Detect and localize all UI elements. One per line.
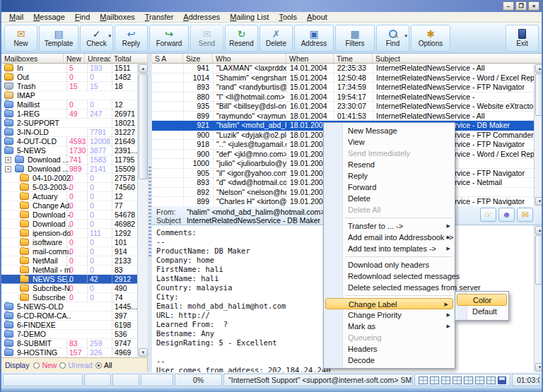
mailbox-item-subscribe[interactable]: Subscribe0074 bbox=[1, 293, 137, 302]
resend-button[interactable]: ↻Resend bbox=[225, 25, 258, 52]
check-button[interactable]: ✓▾Check bbox=[80, 25, 113, 52]
column-header-toltal[interactable]: Toltal bbox=[111, 54, 148, 63]
scrollbar-thumb[interactable] bbox=[535, 73, 543, 116]
layout-grid-icon[interactable] bbox=[475, 376, 484, 384]
mailbox-item-9-hosting[interactable]: 9-HOSTING1573264969 bbox=[1, 348, 137, 357]
menu-item-delete-selected-messages-from-server[interactable]: Delete selected messages from server bbox=[324, 282, 455, 293]
menu-item-transfer-to[interactable]: Transfer to ... ->▶ bbox=[324, 220, 455, 232]
forward-button[interactable]: ↪Forward bbox=[149, 25, 189, 52]
menu-about[interactable]: About bbox=[302, 13, 332, 21]
delete-button[interactable]: ✗Delete bbox=[259, 25, 293, 52]
menu-tools[interactable]: Tools bbox=[274, 13, 302, 21]
address-button[interactable]: ▣Address bbox=[294, 25, 334, 52]
message-list-scrollbar[interactable]: ▲ ▼ bbox=[534, 64, 543, 206]
mailbox-item-maillist[interactable]: Maillist0012 bbox=[1, 100, 137, 109]
display-option-unread[interactable]: Unread bbox=[59, 361, 92, 369]
radio-icon[interactable] bbox=[33, 362, 40, 369]
menu-item-add-text-into-templates[interactable]: Add text into templates ->▶ bbox=[324, 243, 455, 254]
menu-addresses[interactable]: Addresses bbox=[178, 13, 225, 21]
mailbox-item-3-in-old[interactable]: 3-IN-OLD778131227 bbox=[1, 128, 137, 137]
submenu-item-default[interactable]: Default bbox=[455, 306, 508, 318]
dropdown-arrow-icon[interactable]: ▾ bbox=[108, 33, 111, 39]
message-row[interactable]: 880"l" <ll@hotmail.com>16.01.200419:54:1… bbox=[152, 93, 534, 102]
title-bar[interactable]: – ❐ × bbox=[1, 0, 542, 12]
menu-item-queueing[interactable]: Queueing bbox=[324, 332, 455, 343]
options-button[interactable]: ✱Options bbox=[411, 25, 450, 52]
column-header-mailboxes[interactable]: Mailboxes bbox=[1, 54, 64, 63]
mailbox-item-out[interactable]: Out001482 bbox=[1, 73, 137, 82]
mailbox-icon[interactable] bbox=[517, 208, 533, 222]
mailbox-item-7-demo[interactable]: 7-DEMO536 bbox=[1, 330, 137, 339]
layout-grid-icon[interactable] bbox=[464, 376, 473, 384]
radio-icon[interactable] bbox=[95, 362, 102, 369]
scroll-down-icon[interactable]: ▼ bbox=[139, 348, 148, 357]
menu-mail[interactable]: Mail bbox=[4, 13, 28, 21]
exit-button[interactable]: Exit bbox=[506, 25, 539, 52]
menu-item-delete-all[interactable]: Delete All bbox=[324, 204, 455, 215]
message-row[interactable]: 1014"Shamim" <engrshamim@15.01.200412:50… bbox=[152, 73, 534, 83]
restore-button[interactable]: ❐ bbox=[515, 1, 527, 11]
column-header-time[interactable]: Time bbox=[334, 54, 373, 63]
template-button[interactable]: ▤Template bbox=[39, 25, 78, 52]
mailbox-scrollbar[interactable]: ▲ ▼ bbox=[137, 64, 148, 357]
preview-scrollbar[interactable]: ▲ ▼ bbox=[534, 225, 543, 372]
mailbox-item-6-cd-rom-ca[interactable]: 6-CD-ROM-CA...397 bbox=[1, 311, 137, 321]
hand-icon[interactable] bbox=[480, 208, 496, 222]
menu-item-change-label[interactable]: Change Label▶ bbox=[325, 298, 453, 309]
mailbox-item-1-reg[interactable]: 1-REG4924726971 bbox=[1, 109, 137, 119]
menu-item-delete[interactable]: Delete bbox=[324, 193, 455, 204]
menu-find[interactable]: Find bbox=[70, 13, 95, 21]
message-row[interactable]: 935"Bill" <billsey@dsl-only.ne16.01.2004… bbox=[152, 102, 534, 112]
menu-item-mark-as[interactable]: Mark as▶ bbox=[324, 321, 455, 332]
reply-button[interactable]: ↩Reply bbox=[115, 25, 148, 52]
column-header-size[interactable]: Size bbox=[183, 54, 213, 63]
menu-item-download-only-headers[interactable]: Download only headers bbox=[324, 259, 455, 271]
scrollbar-thumb[interactable] bbox=[535, 235, 543, 285]
layout-grid-icon[interactable] bbox=[419, 376, 428, 384]
splitter-grip-icon[interactable] bbox=[148, 167, 151, 259]
radio-icon[interactable] bbox=[59, 362, 66, 369]
menu-message[interactable]: Message bbox=[28, 13, 70, 21]
face-icon[interactable] bbox=[498, 208, 515, 222]
column-header-subject[interactable]: Subject bbox=[373, 54, 543, 63]
mailbox-item-trash[interactable]: Trash151518 bbox=[1, 82, 137, 91]
menu-transfer[interactable]: Transfer bbox=[140, 13, 179, 21]
message-row[interactable]: 941"LAXMAN" <laxprddxb@14.01.200422:35:3… bbox=[152, 64, 534, 73]
menu-item-change-priority[interactable]: Change Priority▶ bbox=[324, 309, 455, 321]
mailbox-item-download[interactable]: +Download ...741158311795 bbox=[1, 155, 137, 165]
mailbox-item-5-news-old[interactable]: 5-NEWS-OLD1445... bbox=[1, 302, 137, 311]
scrollbar-thumb[interactable] bbox=[139, 73, 148, 179]
menu-item-add-email-into-addressbook[interactable]: Add email into Addressbook ->▶ bbox=[324, 232, 455, 243]
layout-grid-icon[interactable] bbox=[486, 376, 496, 384]
minimize-button[interactable]: – bbox=[503, 1, 514, 11]
menu-item-forward[interactable]: Forward bbox=[324, 182, 455, 193]
save-icon[interactable] bbox=[498, 376, 506, 384]
layout-grid-icon[interactable] bbox=[441, 376, 450, 384]
column-header-who[interactable]: Who bbox=[213, 54, 286, 63]
scroll-down-icon[interactable]: ▼ bbox=[535, 197, 543, 206]
menu-item-redownload-selected-messages[interactable]: Redownload selected messages bbox=[324, 271, 455, 282]
menu-mailboxes[interactable]: Mailboxes bbox=[95, 13, 140, 21]
column-header-when[interactable]: When bbox=[286, 54, 334, 63]
scroll-up-icon[interactable]: ▲ bbox=[535, 64, 543, 73]
expand-icon[interactable]: + bbox=[5, 166, 11, 172]
column-header-new[interactable]: New bbox=[64, 54, 85, 63]
scroll-up-icon[interactable]: ▲ bbox=[535, 226, 543, 234]
layout-grid-icon[interactable] bbox=[452, 376, 462, 384]
mailbox-item-imap[interactable]: IMAP bbox=[1, 91, 137, 100]
mailbox-item-6-findexe[interactable]: 6-FINDEXE6198 bbox=[1, 321, 137, 330]
menu-item-reply[interactable]: Reply bbox=[324, 170, 455, 182]
dropdown-arrow-icon[interactable]: ▾ bbox=[404, 33, 407, 39]
scroll-up-icon[interactable]: ▲ bbox=[139, 64, 148, 73]
mailbox-item-in[interactable]: In51931511 bbox=[1, 64, 137, 73]
mailbox-item-8-submit[interactable]: 8-SUBMIT832599747 bbox=[1, 339, 137, 348]
send-button[interactable]: ✉Send bbox=[190, 25, 223, 52]
message-row[interactable]: 899"raymundo" <raymundod18.01.200401:41:… bbox=[152, 112, 534, 121]
display-option-new[interactable]: New bbox=[33, 361, 57, 369]
menu-item-send-immediately[interactable]: Send Immediately bbox=[324, 148, 455, 159]
column-header-s-a[interactable]: S A bbox=[152, 54, 183, 63]
menu-item-view[interactable]: View bbox=[324, 136, 455, 148]
menu-mailing-list[interactable]: Mailing List bbox=[225, 13, 274, 21]
new-button[interactable]: ✉New bbox=[4, 25, 37, 52]
filters-button[interactable]: ▦Filters bbox=[335, 25, 375, 52]
